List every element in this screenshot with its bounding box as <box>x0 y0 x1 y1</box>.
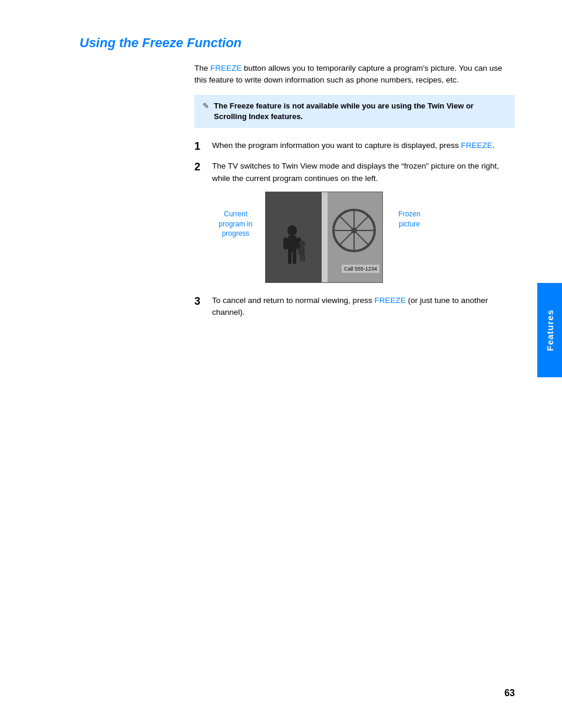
step-1-number: 1 <box>194 140 206 153</box>
step-3-list: 3 To cancel and return to normal viewing… <box>194 295 515 319</box>
note-text-strong: The Freeze feature is not available whil… <box>214 101 474 121</box>
step-2-text: The TV switches to Twin View mode and di… <box>212 160 515 185</box>
page-number: 63 <box>504 688 515 699</box>
step-2-number: 2 <box>194 160 206 174</box>
tv-divider <box>322 192 328 283</box>
step-2: 2 The TV switches to Twin View mode and … <box>194 160 515 185</box>
svg-line-19 <box>354 230 368 245</box>
tv-left-panel <box>266 192 322 283</box>
note-box: ✎ The Freeze feature is not available wh… <box>194 95 515 128</box>
svg-rect-10 <box>300 255 302 262</box>
step-3-text: To cancel and return to normal viewing, … <box>212 295 515 319</box>
svg-rect-4 <box>288 251 292 264</box>
svg-rect-11 <box>303 255 305 262</box>
intro-text-before: The <box>194 64 210 73</box>
page-container: Features Using the Freeze Function The F… <box>0 0 562 728</box>
svg-line-21 <box>340 230 354 245</box>
tv-screen: Call 555-1234 <box>265 192 383 283</box>
step-3-number: 3 <box>194 295 206 308</box>
svg-rect-5 <box>293 251 296 264</box>
page-title: Using the Freeze Function <box>80 35 515 51</box>
svg-rect-8 <box>298 248 301 255</box>
features-tab-label: Features <box>545 309 555 351</box>
image-section: Current program in progress <box>212 192 515 283</box>
step-3: 3 To cancel and return to normal viewing… <box>194 295 515 319</box>
features-tab: Features <box>537 283 562 377</box>
left-label: Current program in progress <box>212 209 259 239</box>
intro-paragraph: The FREEZE button allows you to temporar… <box>194 62 515 87</box>
note-text: The Freeze feature is not available whil… <box>214 101 507 122</box>
svg-line-20 <box>354 216 368 230</box>
svg-rect-2 <box>283 238 288 249</box>
right-label: Frozen picture <box>389 209 430 229</box>
content-area: The FREEZE button allows you to temporar… <box>194 62 515 318</box>
person-silhouette <box>277 225 310 272</box>
svg-rect-9 <box>302 248 305 255</box>
svg-line-18 <box>340 216 354 230</box>
call-text-box: Call 555-1234 <box>342 265 379 273</box>
step-1-freeze-word: FREEZE <box>461 141 492 150</box>
step-1: 1 When the program information you want … <box>194 140 515 153</box>
step-1-text: When the program information you want to… <box>212 140 515 151</box>
svg-point-6 <box>299 241 305 246</box>
note-icon: ✎ <box>203 101 209 110</box>
svg-point-0 <box>287 225 297 236</box>
intro-freeze-word: FREEZE <box>210 64 242 73</box>
step-3-freeze-word: FREEZE <box>374 296 405 305</box>
bike-wheel-svg <box>329 198 379 257</box>
svg-rect-1 <box>288 236 296 252</box>
tv-right-panel: Call 555-1234 <box>326 192 382 283</box>
steps-list: 1 When the program information you want … <box>194 140 515 185</box>
